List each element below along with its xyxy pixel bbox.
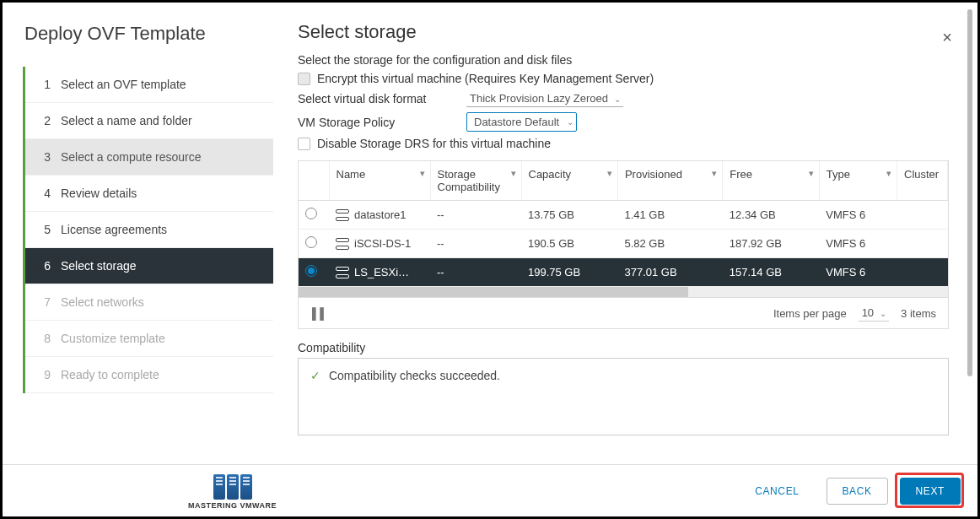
wizard-step[interactable]: 6Select storage xyxy=(25,248,273,284)
step-number: 4 xyxy=(39,187,51,200)
page-title: Select storage xyxy=(298,21,949,43)
step-number: 7 xyxy=(39,295,51,309)
row-radio[interactable] xyxy=(305,236,317,248)
step-label: Select storage xyxy=(61,259,137,273)
col-compat[interactable]: Storage Compatibility xyxy=(438,168,500,193)
filter-icon[interactable]: ▾ xyxy=(712,168,717,179)
wizard-sidebar: Deploy OVF Template 1Select an OVF templ… xyxy=(3,3,274,458)
wizard-step[interactable]: 1Select an OVF template xyxy=(25,67,273,103)
filter-icon[interactable]: ▾ xyxy=(809,168,814,179)
step-number: 5 xyxy=(39,223,51,236)
ds-name: iSCSI-DS-1 xyxy=(354,237,411,250)
wizard-step: 8Customize template xyxy=(25,321,273,357)
col-cluster[interactable]: Cluster xyxy=(904,168,939,181)
datastore-icon xyxy=(336,238,349,250)
disk-format-dropdown[interactable]: Thick Provision Lazy Zeroed ⌄ xyxy=(466,90,623,107)
items-per-page-label: Items per page xyxy=(773,307,847,320)
wizard-steps: 1Select an OVF template2Select a name an… xyxy=(23,67,273,393)
ds-capacity: 13.75 GB xyxy=(521,201,617,230)
filter-icon[interactable]: ▾ xyxy=(420,168,425,179)
main-panel: × Select storage Select the storage for … xyxy=(274,3,977,458)
horizontal-scrollbar[interactable] xyxy=(299,287,948,297)
step-number: 9 xyxy=(39,368,51,381)
ds-capacity: 199.75 GB xyxy=(521,258,617,287)
row-radio[interactable] xyxy=(305,208,317,219)
wizard-step[interactable]: 4Review details xyxy=(25,176,273,212)
ds-free: 187.92 GB xyxy=(723,230,819,258)
back-button[interactable]: BACK xyxy=(827,478,888,505)
watermark-caption: MASTERING VMWARE xyxy=(188,501,277,510)
close-icon[interactable]: × xyxy=(942,28,952,47)
ds-name: LS_ESXi… xyxy=(354,266,409,278)
datastore-tbody: datastore1 -- 13.75 GB 1.41 GB 12.34 GB … xyxy=(299,201,948,287)
disable-drs-label: Disable Storage DRS for this virtual mac… xyxy=(317,137,551,150)
ds-provisioned: 377.01 GB xyxy=(617,258,722,287)
filter-icon[interactable]: ▾ xyxy=(511,168,516,179)
page-subtitle: Select the storage for the configuration… xyxy=(298,53,949,67)
vm-policy-value: Datastore Default xyxy=(474,116,559,128)
wizard-footer: MASTERING VMWARE CANCEL BACK NEXT xyxy=(3,464,977,516)
filter-icon[interactable]: ▾ xyxy=(607,168,612,179)
encrypt-checkbox[interactable] xyxy=(298,73,310,85)
ds-provisioned: 1.41 GB xyxy=(617,201,722,230)
datastore-row[interactable]: iSCSI-DS-1 -- 190.5 GB 5.82 GB 187.92 GB… xyxy=(299,230,948,258)
vertical-scrollbar[interactable] xyxy=(967,9,972,457)
wizard-title: Deploy OVF Template xyxy=(23,23,273,45)
ds-provisioned: 5.82 GB xyxy=(617,230,722,258)
ds-compat: -- xyxy=(430,201,521,230)
wizard-step[interactable]: 2Select a name and folder xyxy=(25,103,273,139)
watermark-logo: MASTERING VMWARE xyxy=(188,474,277,510)
cancel-button[interactable]: CANCEL xyxy=(740,478,814,504)
step-number: 1 xyxy=(39,78,51,91)
chevron-down-icon: ⌄ xyxy=(614,95,621,104)
ds-name: datastore1 xyxy=(354,208,406,221)
wizard-step: 9Ready to complete xyxy=(25,357,273,393)
total-items: 3 items xyxy=(901,307,936,320)
check-icon: ✓ xyxy=(310,369,320,382)
step-label: Ready to complete xyxy=(61,368,159,381)
col-free[interactable]: Free xyxy=(730,168,752,181)
step-label: Select a name and folder xyxy=(61,114,192,127)
columns-icon[interactable]: ▌▌ xyxy=(312,307,327,320)
datastore-icon xyxy=(336,267,349,278)
datastore-table: Name▾ Storage Compatibility▾ Capacity▾ P… xyxy=(298,160,949,329)
ds-compat: -- xyxy=(430,230,521,258)
items-per-page-dropdown[interactable]: 10 ⌄ xyxy=(859,305,889,322)
disk-format-label: Select virtual disk format xyxy=(298,92,466,105)
step-number: 6 xyxy=(39,259,51,273)
step-label: Select networks xyxy=(61,295,144,309)
vm-policy-dropdown[interactable]: Datastore Default ⌄ xyxy=(466,112,577,132)
wizard-step[interactable]: 3Select a compute resource xyxy=(25,139,273,176)
chevron-down-icon: ⌄ xyxy=(880,309,886,318)
vm-policy-label: VM Storage Policy xyxy=(298,116,466,129)
col-type[interactable]: Type xyxy=(827,168,850,181)
disk-format-value: Thick Provision Lazy Zeroed xyxy=(470,92,608,105)
step-number: 3 xyxy=(39,150,51,164)
table-pager: ▌▌ Items per page 10 ⌄ 3 items xyxy=(299,297,948,328)
compatibility-message: Compatibility checks succeeded. xyxy=(329,369,500,382)
ds-type: VMFS 6 xyxy=(819,230,897,258)
datastore-icon xyxy=(336,209,349,221)
disable-drs-checkbox[interactable] xyxy=(298,138,310,150)
items-per-page-value: 10 xyxy=(862,306,874,319)
step-label: License agreements xyxy=(61,223,167,236)
step-number: 2 xyxy=(39,114,51,127)
step-label: Review details xyxy=(61,187,137,200)
col-provisioned[interactable]: Provisioned xyxy=(625,168,682,181)
datastore-row[interactable]: datastore1 -- 13.75 GB 1.41 GB 12.34 GB … xyxy=(299,201,948,230)
ds-capacity: 190.5 GB xyxy=(521,230,617,258)
col-name[interactable]: Name xyxy=(337,168,366,181)
ds-free: 157.14 GB xyxy=(723,258,819,287)
encrypt-row: Encrypt this virtual machine (Requires K… xyxy=(298,72,949,85)
step-number: 8 xyxy=(39,332,51,345)
wizard-step[interactable]: 5License agreements xyxy=(25,212,273,248)
datastore-row[interactable]: LS_ESXi… -- 199.75 GB 377.01 GB 157.14 G… xyxy=(299,258,948,287)
ds-free: 12.34 GB xyxy=(723,201,819,230)
row-radio[interactable] xyxy=(305,265,317,277)
next-button[interactable]: NEXT xyxy=(900,478,961,505)
filter-icon[interactable]: ▾ xyxy=(886,168,891,179)
step-label: Select a compute resource xyxy=(61,150,202,164)
ds-type: VMFS 6 xyxy=(819,201,897,230)
col-capacity[interactable]: Capacity xyxy=(529,168,572,181)
chevron-down-icon: ⌄ xyxy=(567,117,573,127)
